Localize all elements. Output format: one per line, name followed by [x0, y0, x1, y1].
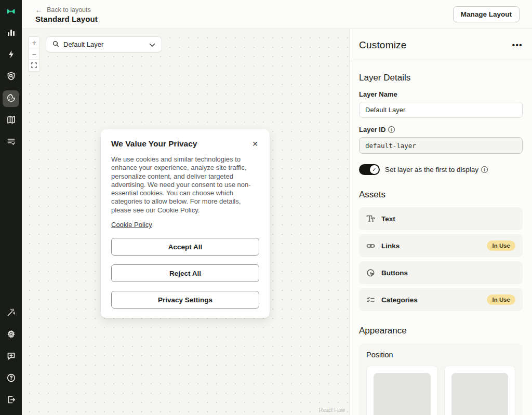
nav-events[interactable]: [3, 47, 19, 63]
privacy-settings-button[interactable]: Privacy Settings: [111, 291, 259, 309]
asset-row-categories[interactable]: Categories In Use: [359, 288, 523, 311]
first-layer-toggle-row: ✓ Set layer as the first to display i: [359, 164, 523, 175]
topbar-title-block: ← Back to layouts Standard Layout: [35, 5, 98, 23]
react-flow-attribution[interactable]: React Flow: [319, 407, 345, 413]
work-row: + − Default Layer We Value Your Privacy …: [22, 29, 532, 415]
zoom-in-button[interactable]: +: [29, 37, 39, 48]
layer-name-label: Layer Name: [359, 90, 523, 98]
gear-icon: [7, 330, 16, 341]
categories-checklist-asset-icon: [366, 296, 375, 304]
rail-bottom-group: [3, 305, 19, 409]
nav-help[interactable]: [3, 370, 19, 387]
position-preview-screen: [451, 373, 509, 415]
layer-name-input[interactable]: [359, 102, 523, 118]
assets-heading: Assets: [359, 190, 523, 200]
reject-all-button[interactable]: Reject All: [111, 264, 259, 282]
more-options-icon[interactable]: •••: [512, 41, 523, 49]
manage-layout-button[interactable]: Manage Layout: [453, 6, 520, 22]
consent-header: We Value Your Privacy ✕: [111, 139, 259, 149]
appearance-card: Position: [359, 343, 523, 415]
cookie-policy-link[interactable]: Cookie Policy: [111, 221, 152, 229]
toggle-info-icon[interactable]: i: [481, 166, 488, 173]
fit-view-button[interactable]: [29, 60, 39, 71]
consent-body-text: We use cookies and similar technologies …: [111, 155, 259, 215]
first-layer-toggle[interactable]: ✓: [359, 164, 380, 175]
layer-id-label: Layer ID i: [359, 126, 523, 133]
question-icon: [7, 373, 16, 384]
panel-title: Customize: [359, 39, 407, 51]
asset-row-text[interactable]: Text: [359, 207, 523, 230]
page-title: Standard Layout: [35, 15, 98, 23]
layer-id-info-icon[interactable]: i: [388, 126, 395, 133]
position-label: Position: [366, 351, 515, 359]
asset-label: Categories: [381, 296, 481, 304]
consent-actions: Accept All Reject All Privacy Settings: [111, 238, 259, 309]
lightning-icon: [7, 50, 16, 61]
nav-analytics[interactable]: [3, 25, 19, 42]
position-option-bottom-center[interactable]: [366, 366, 438, 415]
layer-dropdown-value: Default Layer: [63, 41, 145, 48]
map-icon: [7, 115, 16, 126]
chevron-down-icon: [149, 40, 155, 49]
asset-badge: In Use: [487, 294, 515, 305]
asset-label: Text: [381, 215, 515, 223]
asset-row-buttons[interactable]: Buttons: [359, 261, 523, 284]
nav-settings[interactable]: [3, 327, 19, 343]
layer-dropdown[interactable]: Default Layer: [46, 36, 162, 52]
chat-plus-icon: [7, 352, 16, 363]
nav-privacy-scan[interactable]: [3, 69, 19, 85]
brand-logo[interactable]: [0, 0, 22, 23]
asset-row-links[interactable]: Links In Use: [359, 234, 523, 257]
consent-title: We Value Your Privacy: [111, 139, 197, 149]
asset-badge: In Use: [487, 240, 515, 251]
nav-consent-layouts[interactable]: [3, 90, 19, 107]
text-asset-icon: [366, 215, 375, 223]
search-icon: [52, 40, 59, 49]
nav-magic-wand[interactable]: [3, 305, 19, 322]
position-preview-screen: [374, 373, 431, 415]
panel-content: Layer Details Layer Name Layer ID i ✓: [350, 61, 532, 415]
consent-close-icon[interactable]: ✕: [251, 139, 259, 149]
fit-view-icon: [31, 61, 37, 70]
app-root: ← Back to layouts Standard Layout Manage…: [0, 0, 532, 415]
main-column: ← Back to layouts Standard Layout Manage…: [22, 0, 532, 415]
cookie-icon: [7, 93, 16, 104]
link-asset-icon: [366, 242, 375, 250]
back-arrow-icon: ←: [35, 6, 43, 14]
logout-icon: [7, 395, 16, 406]
position-option-bottom-center-alt[interactable]: [444, 366, 516, 415]
bar-chart-icon: [7, 28, 16, 39]
back-to-layouts-link[interactable]: ← Back to layouts: [35, 6, 98, 14]
rail-top-group: [3, 25, 19, 151]
nav-audit-list[interactable]: [3, 134, 19, 151]
position-options: [366, 366, 515, 415]
canvas-zoom-controls: + −: [28, 36, 40, 72]
shield-search-icon: [7, 72, 16, 83]
magic-wand-icon: [7, 308, 16, 319]
button-click-asset-icon: [366, 269, 375, 277]
consent-banner-preview[interactable]: We Value Your Privacy ✕ We use cookies a…: [101, 129, 270, 318]
nav-feedback[interactable]: [3, 349, 19, 365]
appearance-heading: Appearance: [359, 326, 523, 336]
list-check-icon: [7, 137, 16, 148]
back-link-label: Back to layouts: [47, 6, 91, 14]
assets-list: Text Links In Use Buttons: [359, 207, 523, 311]
zoom-out-button[interactable]: −: [29, 48, 39, 60]
nav-geo-map[interactable]: [3, 112, 19, 129]
top-bar: ← Back to layouts Standard Layout Manage…: [22, 0, 532, 29]
asset-label: Buttons: [381, 269, 515, 277]
toggle-check-icon: ✓: [370, 165, 379, 174]
first-layer-toggle-label: Set layer as the first to display i: [385, 166, 488, 173]
accept-all-button[interactable]: Accept All: [111, 238, 259, 256]
layer-details-heading: Layer Details: [359, 73, 523, 83]
customize-panel: Customize ••• Layer Details Layer Name L…: [349, 29, 532, 415]
asset-label: Links: [381, 242, 481, 250]
layout-canvas[interactable]: + − Default Layer We Value Your Privacy …: [22, 29, 349, 415]
left-rail: [0, 0, 22, 415]
panel-header: Customize •••: [350, 29, 532, 61]
layer-id-input[interactable]: [359, 137, 523, 154]
nav-logout[interactable]: [3, 392, 19, 409]
